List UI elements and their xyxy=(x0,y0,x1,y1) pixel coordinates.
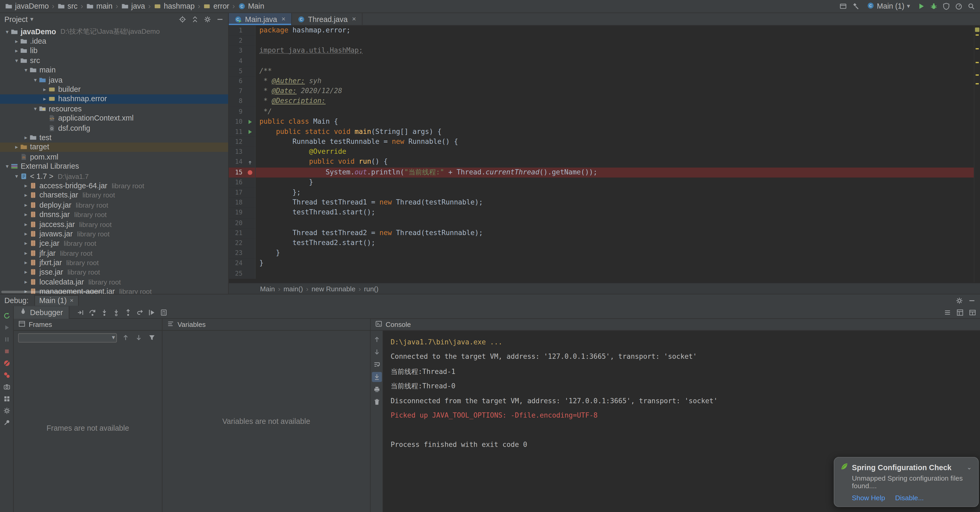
print-icon[interactable] xyxy=(372,384,382,394)
collapse-arrow-icon[interactable]: ▾ xyxy=(13,57,20,64)
gutter[interactable] xyxy=(245,218,256,228)
step-out-icon[interactable] xyxy=(124,309,132,316)
funnel-icon[interactable] xyxy=(148,334,156,341)
profiler-icon[interactable] xyxy=(955,3,963,10)
run-gutter-icon[interactable] xyxy=(246,118,254,126)
tab-debugger[interactable]: Debugger xyxy=(14,306,69,319)
expand-arrow-icon[interactable]: ▸ xyxy=(22,211,29,218)
gutter[interactable] xyxy=(245,127,256,137)
force-step-into-icon[interactable] xyxy=(112,309,120,316)
warning-mark[interactable] xyxy=(975,62,979,63)
rerun-icon[interactable] xyxy=(3,312,10,319)
tree-item-builder[interactable]: ▸builder xyxy=(0,85,228,94)
tree-item-1-7[interactable]: ▾< 1.7 >D:\java1.7 xyxy=(0,171,228,181)
tree-item-applicationcontext-xml[interactable]: </>applicationContext.xml xyxy=(0,113,228,123)
window-icon[interactable] xyxy=(839,3,847,10)
warning-mark[interactable] xyxy=(975,34,979,35)
close-icon[interactable]: × xyxy=(282,16,285,22)
code-line-21[interactable]: 21 Thread testThread2 = new Thread(testR… xyxy=(229,228,974,238)
notification-balloon[interactable]: Spring Configuration Check ⌄ Unmapped Sp… xyxy=(834,457,979,507)
close-icon[interactable]: × xyxy=(70,298,73,304)
line-number[interactable]: 14 xyxy=(229,157,245,167)
step-over-icon[interactable] xyxy=(89,309,96,316)
collapse-arrow-icon[interactable]: ▾ xyxy=(32,106,39,112)
gutter[interactable] xyxy=(245,208,256,218)
gutter[interactable] xyxy=(245,26,256,36)
breadcrumb-item-javademo[interactable]: javaDemo xyxy=(5,2,49,10)
inspection-indicator[interactable] xyxy=(975,27,980,32)
expand-arrow-icon[interactable]: ▸ xyxy=(22,182,29,189)
code-line-3[interactable]: 3import java.util.HashMap; xyxy=(229,46,974,56)
gutter[interactable] xyxy=(245,36,256,46)
expand-arrow-icon[interactable]: ▸ xyxy=(13,48,20,54)
gutter[interactable] xyxy=(245,46,256,56)
tree-item-src[interactable]: ▾src xyxy=(0,56,228,65)
line-number[interactable]: 18 xyxy=(229,198,245,208)
gutter[interactable] xyxy=(245,198,256,208)
gutter[interactable] xyxy=(245,228,256,238)
coverage-icon[interactable] xyxy=(943,3,950,10)
tree-item-jsse-jar[interactable]: ▸jsse.jarlibrary root xyxy=(0,268,228,277)
expand-arrow-icon[interactable]: ▸ xyxy=(22,192,29,198)
editor-breadcrumb-item[interactable]: run() xyxy=(364,285,379,292)
pause-icon[interactable] xyxy=(3,335,10,343)
line-number[interactable]: 19 xyxy=(229,208,245,218)
project-view-selector[interactable]: Project ▾ xyxy=(5,15,33,24)
gutter[interactable] xyxy=(245,86,256,96)
run-config-dropdown[interactable]: C Main (1) ▾ xyxy=(864,1,913,12)
code-line-19[interactable]: 19 testThread1.start(); xyxy=(229,208,974,218)
tree-item-access-bridge-64-jar[interactable]: ▸access-bridge-64.jarlibrary root xyxy=(0,181,228,191)
code-line-4[interactable]: 4 xyxy=(229,56,974,66)
expand-arrow-icon[interactable]: ▸ xyxy=(22,269,29,275)
horizontal-scrollbar[interactable] xyxy=(1,291,102,293)
collapse-arrow-icon[interactable]: ▾ xyxy=(4,163,10,169)
line-number[interactable]: 4 xyxy=(229,56,245,66)
code-line-7[interactable]: 7 * @Date: 2020/12/28 xyxy=(229,86,974,96)
code-line-17[interactable]: 17 }; xyxy=(229,188,974,198)
collapse-arrow-icon[interactable]: ▾ xyxy=(13,173,20,179)
code-line-9[interactable]: 9 */ xyxy=(229,107,974,117)
editor-breadcrumb-item[interactable]: Main xyxy=(260,285,275,292)
locate-icon[interactable] xyxy=(179,16,186,23)
tree-item-java[interactable]: ▾java xyxy=(0,75,228,85)
line-number[interactable]: 25 xyxy=(229,268,245,279)
expand-arrow-icon[interactable]: ▸ xyxy=(22,259,29,266)
line-number[interactable]: 3 xyxy=(229,46,245,56)
expand-arrow-icon[interactable]: ▸ xyxy=(13,38,20,45)
expand-arrow-icon[interactable]: ▸ xyxy=(22,231,29,237)
line-number[interactable]: 2 xyxy=(229,36,245,46)
line-number[interactable]: 17 xyxy=(229,188,245,198)
chevron-down-icon[interactable]: ⌄ xyxy=(967,464,972,471)
up-icon[interactable] xyxy=(122,334,129,341)
run-to-cursor-icon[interactable] xyxy=(148,309,156,316)
line-number[interactable]: 21 xyxy=(229,228,245,238)
debug-session-tab[interactable]: Main (1) × xyxy=(34,295,78,306)
tree-item-target[interactable]: ▸target xyxy=(0,142,228,152)
gutter[interactable] xyxy=(245,96,256,107)
warning-mark[interactable] xyxy=(975,48,979,49)
collapse-arrow-icon[interactable]: ▾ xyxy=(32,77,39,83)
gear-icon[interactable] xyxy=(3,407,10,414)
line-number[interactable]: 8 xyxy=(229,96,245,107)
code-line-13[interactable]: 13 @Override xyxy=(229,147,974,157)
code-line-2[interactable]: 2 xyxy=(229,36,974,46)
down-icon[interactable] xyxy=(135,334,143,341)
tab-main-java[interactable]: CMain.java× xyxy=(229,13,292,25)
tree-item-external-libraries[interactable]: ▾External Libraries xyxy=(0,162,228,171)
collapse-all-icon[interactable] xyxy=(191,16,199,23)
breadcrumb-item-java[interactable]: java xyxy=(121,2,145,10)
trash-icon[interactable] xyxy=(372,397,382,407)
warning-mark[interactable] xyxy=(975,83,979,85)
code-line-6[interactable]: 6 * @Auther: syh xyxy=(229,77,974,86)
tree-item-pom-xml[interactable]: mpom.xml xyxy=(0,152,228,162)
code-line-5[interactable]: 5/** xyxy=(229,66,974,77)
hide-icon[interactable] xyxy=(968,297,976,304)
code-line-18[interactable]: 18 Thread testThread1 = new Thread(testR… xyxy=(229,198,974,208)
expand-arrow-icon[interactable]: ▸ xyxy=(22,202,29,208)
gutter[interactable] xyxy=(245,248,256,258)
tree-item-javaws-jar[interactable]: ▸javaws.jarlibrary root xyxy=(0,229,228,238)
tree-item-deploy-jar[interactable]: ▸deploy.jarlibrary root xyxy=(0,200,228,210)
hide-icon[interactable] xyxy=(216,16,224,23)
hammer-icon[interactable] xyxy=(852,3,859,10)
grid-icon[interactable] xyxy=(3,395,10,402)
